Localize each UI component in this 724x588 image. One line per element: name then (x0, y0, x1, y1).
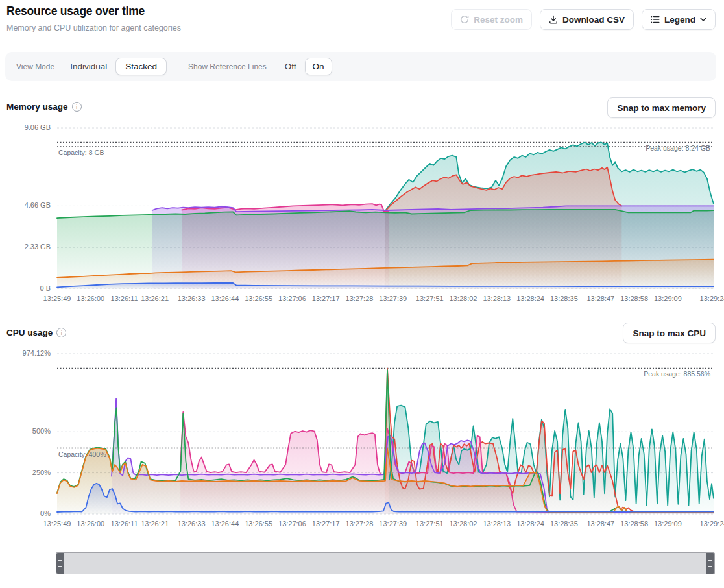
info-icon[interactable] (56, 328, 66, 337)
x-tick-label: 13:29:09 (654, 295, 682, 302)
x-tick-label: 13:26:11 (111, 520, 138, 528)
snap-to-max-memory-button[interactable]: Snap to max memory (607, 97, 716, 118)
y-tick-label: 4.66 GB (0, 201, 51, 209)
x-tick-label: 13:28:24 (516, 295, 544, 302)
download-csv-button[interactable]: Download CSV (540, 9, 634, 30)
cpu-title-text: CPU usage (6, 328, 53, 337)
x-tick-label: 13:26:00 (77, 295, 104, 302)
brush-handle-right[interactable] (706, 553, 714, 574)
page-subtitle: Memory and CPU utilization for agent cat… (6, 23, 181, 32)
x-tick-label: 13:27:17 (312, 295, 340, 302)
x-tick-label: 13:28:58 (620, 295, 648, 302)
x-tick-label: 13:26:21 (141, 520, 169, 528)
y-tick-label: 9.06 GB (0, 123, 51, 131)
x-tick-label: 13:27:39 (379, 520, 407, 528)
x-tick-label: 13:25:49 (43, 520, 71, 528)
download-csv-label: Download CSV (562, 15, 625, 25)
x-tick-label: 13:27:06 (278, 295, 306, 302)
show-reference-lines-label: Show Reference Lines (188, 62, 267, 71)
x-tick-label: 13:26:11 (111, 295, 138, 302)
download-icon (549, 15, 558, 24)
x-tick-label: 13:28:47 (586, 520, 614, 528)
y-tick-label: 250% (0, 469, 51, 476)
view-mode-individual-button[interactable]: Individual (67, 58, 110, 75)
x-tick-label: 13:27:17 (312, 520, 340, 528)
memory-chart-plot[interactable] (57, 128, 714, 289)
reference-lines-on-button[interactable]: On (305, 58, 332, 75)
reference-line-label: Peak usage: 885.56% (644, 370, 710, 378)
resource-usage-dashboard: Resource usage over time Memory and CPU … (0, 0, 724, 588)
x-tick-label: 13:27:39 (379, 295, 407, 302)
reference-line-label: Peak usage: 8.24 GB (646, 144, 710, 152)
reference-lines-off-button[interactable]: Off (282, 58, 299, 75)
grip-icon (708, 560, 712, 567)
page-title: Resource usage over time (6, 5, 145, 18)
time-range-brush[interactable] (56, 552, 715, 574)
x-tick-label: 13:28:13 (483, 295, 511, 302)
x-tick-label: 13:25:49 (43, 295, 71, 302)
x-tick-label: 13:28:02 (450, 295, 477, 302)
memory-section-title: Memory usage (6, 102, 82, 112)
x-tick-label: 13:28:47 (586, 295, 614, 302)
y-tick-label: 974.12% (0, 349, 51, 357)
reference-line-label: Capacity: 400% (58, 450, 106, 458)
x-tick-label: 13:28:58 (620, 520, 648, 528)
x-tick-label: 13:28:24 (516, 520, 544, 528)
x-tick-label: 13:27:28 (346, 520, 374, 528)
x-tick-label: 13:27:51 (416, 295, 444, 302)
x-tick-label: 13:28:02 (450, 520, 477, 528)
x-tick-label: 13:29:09 (654, 520, 682, 528)
cpu-chart: 974.12%500%250%0%Capacity: 400%Peak usag… (0, 349, 724, 544)
y-tick-label: 500% (0, 427, 51, 435)
x-tick-label: 13:28:13 (483, 520, 511, 528)
x-tick-label: 13:26:33 (178, 520, 206, 528)
y-tick-label: 0% (0, 509, 51, 517)
legend-button[interactable]: Legend (642, 9, 716, 30)
reference-line-label: Capacity: 8 GB (58, 149, 104, 156)
chevron-down-icon (700, 18, 706, 21)
reset-zoom-label: Reset zoom (474, 15, 523, 25)
reset-zoom-button[interactable]: Reset zoom (451, 9, 532, 30)
x-tick-label: 13:28:35 (550, 520, 578, 528)
x-tick-label: 13:26:00 (77, 520, 104, 528)
legend-label: Legend (664, 15, 695, 25)
info-icon[interactable] (72, 102, 82, 112)
list-icon (651, 16, 660, 23)
x-tick-label: 13:27:51 (416, 520, 444, 528)
y-tick-label: 2.33 GB (0, 243, 51, 251)
x-tick-label: 13:29:24 (700, 520, 724, 528)
memory-title-text: Memory usage (6, 102, 68, 112)
brush-handle-left[interactable] (56, 553, 64, 574)
cpu-chart-plot[interactable] (57, 354, 714, 514)
x-tick-label: 13:27:28 (346, 295, 374, 302)
view-mode-label: View Mode (16, 62, 54, 71)
x-tick-label: 13:26:55 (245, 295, 272, 302)
refresh-icon (460, 15, 469, 24)
x-tick-label: 13:26:55 (245, 520, 272, 528)
y-tick-label: 0 B (0, 284, 51, 292)
cpu-section-title: CPU usage (6, 328, 66, 337)
grip-icon (58, 560, 62, 567)
memory-chart: 9.06 GB4.66 GB2.33 GB0 BCapacity: 8 GBPe… (0, 123, 724, 318)
x-tick-label: 13:26:33 (178, 295, 206, 302)
x-tick-label: 13:28:35 (550, 295, 578, 302)
x-tick-label: 13:26:44 (211, 295, 239, 302)
view-mode-stacked-button[interactable]: Stacked (115, 58, 167, 75)
header-actions: Reset zoom Download CSV Legend (451, 9, 716, 30)
x-tick-label: 13:29:24 (700, 295, 724, 302)
snap-to-max-cpu-button[interactable]: Snap to max CPU (623, 323, 716, 343)
view-options-toolbar: View Mode Individual Stacked Show Refere… (5, 52, 716, 81)
x-tick-label: 13:26:44 (211, 520, 239, 528)
x-tick-label: 13:27:06 (278, 520, 306, 528)
x-tick-label: 13:26:21 (141, 295, 169, 302)
